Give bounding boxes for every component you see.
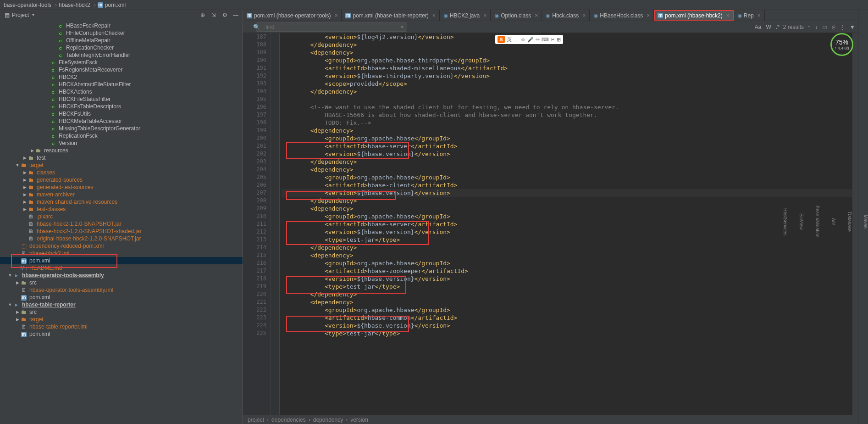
close-tab-icon[interactable]: ×	[483, 12, 487, 19]
editor-tab[interactable]: ◉HBCK2.java×	[440, 10, 491, 21]
fold-column[interactable]	[271, 33, 280, 415]
project-tree[interactable]: CHBaseFsckRepairCHFileCorruptionCheckerC…	[0, 20, 243, 424]
tree-item[interactable]: CHBCKFileStatusFilter	[0, 95, 243, 103]
tree-item[interactable]: 🗎hbase-table-reporter.iml	[0, 323, 243, 330]
code-line[interactable]: <dependency>	[282, 205, 852, 212]
tree-item[interactable]: ▶🖿maven-archiver	[0, 191, 243, 198]
expand-arrow-icon[interactable]: ▶	[22, 156, 28, 160]
code-line[interactable]: <groupId>org.apache.hbase</groupId>	[282, 173, 852, 181]
tree-item[interactable]: CReplicationChecker	[0, 44, 243, 51]
code-line[interactable]: <version>${hbase.version}</version>	[282, 189, 852, 197]
expand-arrow-icon[interactable]: ▶	[22, 185, 28, 190]
speed-meter[interactable]: 75% ↑ 4.4K/s	[830, 33, 853, 56]
code-line[interactable]: <dependency>	[282, 251, 852, 259]
locate-icon[interactable]: ⊕	[199, 12, 206, 18]
words-icon[interactable]: W	[766, 24, 771, 30]
gear-icon[interactable]: ⚙	[221, 12, 228, 18]
prev-match-icon[interactable]: ↑	[807, 24, 810, 30]
code-line[interactable]: <type>test-jar</type>	[282, 283, 852, 290]
tree-item[interactable]: 🗎hbase-operator-tools-assembly.iml	[0, 286, 243, 294]
code-line[interactable]: <!--We want to use the shaded client but…	[282, 103, 852, 111]
tree-item[interactable]: CHBCKActions	[0, 88, 243, 95]
match-case-icon[interactable]: Aa	[755, 24, 762, 30]
tree-item[interactable]: ▶🖿src	[0, 279, 243, 286]
code-line[interactable]: <artifactId>hbase-zookeeper</artifactId>	[282, 267, 852, 275]
ime-write-icon[interactable]: ✏	[536, 37, 540, 43]
tree-item[interactable]: 🗎hbase-hbck2-1.2.0-SNAPSHOT.jar	[0, 220, 243, 228]
bcrumb-0[interactable]: project	[248, 417, 264, 423]
code-line[interactable]	[282, 95, 852, 103]
code-line[interactable]: <type>test-jar</type>	[282, 329, 852, 337]
tree-item[interactable]: CHBCKFsUtils	[0, 110, 243, 117]
tree-item[interactable]: ▶🖿classes	[0, 169, 243, 176]
code-line[interactable]: <dependency>	[282, 166, 852, 173]
code-line[interactable]: <artifactId>hbase-shaded-miscellaneous</…	[282, 64, 852, 72]
code-line[interactable]: </dependency>	[282, 41, 852, 49]
tree-item[interactable]: ▼▸hbase-table-reporter	[0, 301, 243, 308]
tree-item[interactable]: 🗎hbase-hbck2.iml	[0, 250, 243, 257]
code-content[interactable]: <version>${log4j2.version}</version> </d…	[280, 33, 852, 415]
code-line[interactable]: <artifactId>hbase-client</artifactId>	[282, 181, 852, 189]
hide-icon[interactable]: —	[232, 12, 239, 18]
tree-item[interactable]: ▶🖿maven-shared-archive-resources	[0, 198, 243, 206]
tree-item[interactable]: ⬚dependency-reduced-pom.xml	[0, 242, 243, 250]
bcrumb-2[interactable]: dependency	[313, 417, 343, 423]
expand-arrow-icon[interactable]: ▶	[15, 280, 20, 285]
close-tab-icon[interactable]: ×	[582, 12, 586, 19]
tree-item[interactable]: mpom.xml	[0, 257, 243, 264]
tree-item[interactable]: 🗎original-hbase-hbck2-1.2.0-SNAPSHOT.jar	[0, 235, 243, 242]
tree-item[interactable]: CFsRegionsMetaRecoverer	[0, 66, 243, 73]
tool-maven[interactable]: Maven	[863, 215, 868, 229]
expand-arrow-icon[interactable]: ▶	[22, 170, 28, 175]
project-title[interactable]: Project	[12, 12, 29, 18]
add-selection-icon[interactable]: ⎘	[832, 24, 835, 30]
tree-item[interactable]: M↓README.md	[0, 264, 243, 272]
tree-item[interactable]: ▶🖿test	[0, 154, 243, 162]
tree-item[interactable]: ▶🖿target	[0, 316, 243, 323]
tree-item[interactable]: ▶🖿src	[0, 308, 243, 316]
tree-item[interactable]: CTableIntegrityErrorHandler	[0, 51, 243, 59]
error-stripe[interactable]	[852, 33, 858, 415]
bcrumb-3[interactable]: version	[350, 417, 368, 423]
tree-item[interactable]: 🗎hbase-hbck2-1.2.0-SNAPSHOT-shaded.jar	[0, 228, 243, 235]
tree-item[interactable]: COfflineMetaRepair	[0, 37, 243, 44]
close-tab-icon[interactable]: ×	[757, 12, 761, 19]
code-line[interactable]: <version>${hbase.version}</version>	[282, 275, 852, 283]
code-line[interactable]: <version>${hbase-thirdparty.version}</ve…	[282, 72, 852, 80]
code-line[interactable]: <version>${hbase.version}</version>	[282, 322, 852, 329]
expand-arrow-icon[interactable]: ▶	[29, 148, 35, 153]
editor-tab[interactable]: ◉Hbck.class×	[542, 10, 590, 21]
tree-item[interactable]: CHBCKMetaTableAccessor	[0, 117, 243, 125]
tree-item[interactable]: ▶🖿generated-sources	[0, 176, 243, 184]
code-line[interactable]: <dependency>	[282, 49, 852, 56]
ime-toolbar[interactable]: S 英， ☺ 🎤 ✏ ⌨ ✂ ⊞	[495, 35, 563, 44]
tree-item[interactable]: mpom.xml	[0, 294, 243, 301]
editor-tab[interactable]: mpom.xml (hbase-operator-tools)×	[243, 10, 342, 21]
code-line[interactable]: <groupId>org.apache.hbase</groupId>	[282, 259, 852, 267]
code-editor[interactable]: 1871881891901911921931941951961971981992…	[243, 33, 858, 415]
tree-item[interactable]: 🗎.plxarc	[0, 213, 243, 220]
tree-item[interactable]: ▼▸hbase-operator-tools-assembly	[0, 272, 243, 279]
tree-item[interactable]: CHBaseFsckRepair	[0, 22, 243, 29]
expand-arrow-icon[interactable]: ▼	[7, 273, 13, 278]
editor-tab[interactable]: ◉Rep×	[734, 10, 765, 21]
ime-keyboard-icon[interactable]: ⌨	[542, 37, 549, 43]
code-line[interactable]: TODO: Fix.-->	[282, 119, 852, 127]
code-line[interactable]: </dependency>	[282, 158, 852, 166]
find-settings-icon[interactable]: ⋮	[840, 24, 845, 30]
expand-arrow-icon[interactable]: ▶	[22, 192, 28, 197]
code-line[interactable]: <groupId>org.apache.hbase</groupId>	[282, 134, 852, 142]
code-line[interactable]: <artifactId>hbase-server</artifactId>	[282, 142, 852, 150]
expand-arrow-icon[interactable]: ▼	[15, 163, 20, 167]
code-line[interactable]: <groupId>org.apache.hbase</groupId>	[282, 212, 852, 220]
expand-arrow-icon[interactable]: ▼	[7, 302, 13, 307]
tree-item[interactable]: CHBCKFsTableDescriptors	[0, 103, 243, 110]
ime-emoji-icon[interactable]: ☺	[520, 37, 525, 42]
tree-item[interactable]: CFileSystemFsck	[0, 59, 243, 66]
tree-item[interactable]: CReplicationFsck	[0, 132, 243, 139]
code-line[interactable]: <artifactId>hbase-common</artifactId>	[282, 314, 852, 322]
editor-tab[interactable]: ◉HBaseHbck.class×	[590, 10, 654, 21]
code-line[interactable]: <version>${hbase.version}</version>	[282, 228, 852, 236]
code-line[interactable]: </dependency>	[282, 244, 852, 251]
close-tab-icon[interactable]: ×	[726, 12, 730, 19]
